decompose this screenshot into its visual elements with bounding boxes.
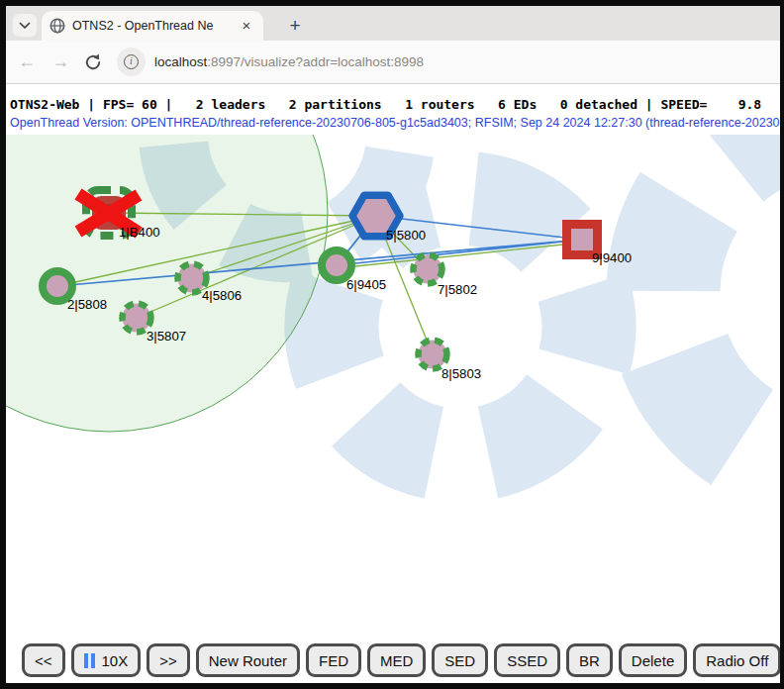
tab-search-button[interactable]	[13, 14, 37, 37]
add-br-button[interactable]: BR	[566, 643, 613, 677]
node-7-5802[interactable]: 7|5802	[414, 255, 478, 298]
new-router-button[interactable]: New Router	[196, 643, 300, 677]
tab-close-icon[interactable]: ×	[238, 17, 255, 35]
node-label: 8|5803	[441, 366, 481, 381]
chevron-down-icon	[19, 22, 31, 30]
speed-up-button[interactable]: >>	[147, 643, 190, 677]
reload-button[interactable]	[83, 52, 103, 72]
node-label: 4|5806	[202, 288, 242, 303]
pause-icon	[84, 653, 95, 668]
tab-bar: OTNS2 - OpenThread Ne × +	[6, 6, 780, 41]
sim-toolbar: <<10X>>New RouterFEDMEDSEDSSEDBRDeleteRa…	[6, 638, 780, 683]
site-info-icon[interactable]: i	[117, 48, 146, 76]
node-label: 3|5807	[147, 329, 186, 344]
add-fed-button[interactable]: FED	[306, 643, 361, 677]
window-frame	[0, 0, 6, 689]
url-path: :8997/visualize?addr=localhost:8998	[207, 54, 424, 69]
status-bar: OTNS2-Web | FPS= 60 | 2 leaders 2 partit…	[10, 97, 761, 112]
window-frame	[780, 0, 784, 689]
delete-button[interactable]: Delete	[619, 643, 687, 677]
node-8-5803[interactable]: 8|5803	[419, 341, 482, 382]
tab-title: OTNS2 - OpenThread Ne	[72, 19, 231, 33]
back-button[interactable]: ←	[14, 51, 40, 72]
otns-page: OTNS2-Web | FPS= 60 | 2 leaders 2 partit…	[6, 85, 780, 683]
browser-window: OTNS2 - OpenThread Ne × + ← → i localhos…	[0, 0, 784, 689]
node-label: 1|B400	[119, 225, 160, 240]
window-frame	[0, 0, 784, 6]
node-label: 5|5800	[386, 228, 426, 243]
browser-tab[interactable]: OTNS2 - OpenThread Ne ×	[42, 11, 263, 41]
url-host: localhost	[154, 54, 207, 69]
version-line: OpenThread Version: OPENTHREAD/thread-re…	[10, 116, 780, 130]
address-bar[interactable]: localhost:8997/visualize?addr=localhost:…	[154, 54, 424, 69]
add-med-button[interactable]: MED	[367, 643, 426, 677]
add-sed-button[interactable]: SED	[432, 643, 488, 677]
radio-off-button[interactable]: Radio Off	[693, 643, 780, 677]
browser-toolbar: ← → i localhost:8997/visualize?addr=loca…	[6, 41, 780, 84]
speed-down-button[interactable]: <<	[22, 643, 65, 677]
node-label: 7|5802	[438, 282, 477, 297]
network-canvas[interactable]: 1|B4002|58083|58074|58065|58006|94057|58…	[6, 135, 780, 638]
pause-speed-button[interactable]: 10X	[71, 643, 142, 677]
node-label: 2|5808	[67, 297, 107, 312]
add-ssed-button[interactable]: SSED	[494, 643, 560, 677]
node-label: 6|9405	[346, 277, 386, 292]
globe-icon	[49, 18, 65, 34]
window-frame	[0, 683, 784, 689]
node-label: 9|9400	[592, 250, 632, 265]
forward-button[interactable]: →	[48, 51, 73, 72]
new-tab-button[interactable]: +	[282, 14, 308, 38]
